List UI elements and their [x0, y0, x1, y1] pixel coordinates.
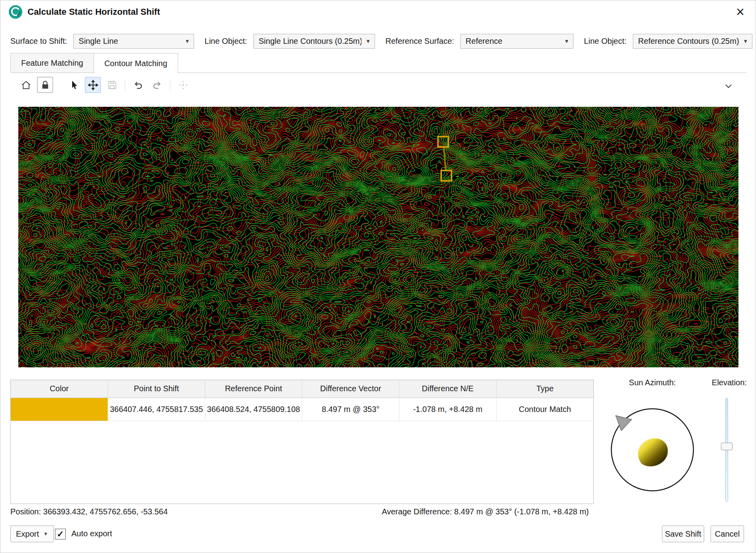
- title-bar: Calculate Static Horizontal Shift ×: [0, 0, 756, 24]
- position-readout: Position: 366393.432, 4755762.656, -53.5…: [10, 507, 168, 516]
- check-icon: ✓: [57, 530, 64, 539]
- app-logo-icon: [8, 5, 23, 19]
- col-header-type[interactable]: Type: [496, 380, 593, 398]
- surface-to-shift-select[interactable]: Single Line ▼: [73, 34, 194, 49]
- tab-feature-matching[interactable]: Feature Matching: [10, 53, 94, 73]
- surface-to-shift-group: Surface to Shift: Single Line ▼: [10, 34, 194, 49]
- col-header-difference-vector[interactable]: Difference Vector: [302, 380, 399, 398]
- match-type-cell: Contour Match: [496, 398, 593, 421]
- table-row[interactable]: 366407.446, 4755817.535 366408.524, 4755…: [11, 398, 593, 421]
- dropdown-arrow-icon: ▼: [365, 38, 371, 44]
- dropdown-arrow-icon: ▼: [185, 38, 190, 44]
- cursor-icon: [69, 80, 79, 90]
- reference-surface-label: Reference Surface:: [385, 37, 454, 46]
- elevation-label: Elevation:: [712, 378, 747, 387]
- export-button-label: Export: [16, 529, 39, 539]
- chevron-down-icon: [723, 81, 734, 91]
- window-title: Calculate Static Horizontal Shift: [27, 7, 160, 17]
- save-icon: [107, 80, 118, 90]
- collapse-toolbar-button[interactable]: [720, 79, 737, 93]
- pan-icon: [88, 80, 98, 90]
- line-object-1-select[interactable]: Single Line Contours (0.25m) ▼: [253, 34, 375, 49]
- elevation-slider-handle[interactable]: [721, 443, 732, 450]
- line-object-1-value: Single Line Contours (0.25m): [259, 37, 361, 46]
- difference-vector-cell: 8.497 m @ 353°: [302, 398, 399, 421]
- col-header-color[interactable]: Color: [11, 380, 108, 398]
- toolbar-separator: [170, 79, 170, 91]
- surface-to-shift-label: Surface to Shift:: [10, 37, 67, 46]
- sun-azimuth-label: Sun Azimuth:: [629, 378, 676, 387]
- export-button[interactable]: Export ▼: [10, 526, 54, 542]
- col-header-reference-point[interactable]: Reference Point: [205, 380, 302, 398]
- contour-map-view[interactable]: [18, 107, 738, 367]
- line-object-1-label: Line Object:: [204, 37, 247, 46]
- col-header-difference-ne[interactable]: Difference N/E: [399, 380, 497, 398]
- lock-icon: [40, 80, 51, 90]
- match-table: Color Point to Shift Reference Point Dif…: [11, 380, 593, 421]
- line-object-2-select[interactable]: Reference Contours (0.25m) ▼: [633, 34, 752, 49]
- line-object-2-label: Line Object:: [584, 37, 626, 46]
- point-to-shift-cell: 366407.446, 4755817.535: [108, 398, 205, 421]
- toolbar-separator: [125, 79, 125, 91]
- lock-view-button[interactable]: [37, 77, 53, 93]
- save-shift-button[interactable]: Save Shift: [662, 526, 704, 542]
- undo-icon: [133, 80, 143, 90]
- col-header-point-to-shift[interactable]: Point to Shift: [108, 380, 205, 398]
- home-icon: [21, 80, 31, 90]
- dropdown-arrow-icon: ▼: [743, 38, 748, 44]
- sun-azimuth-dial[interactable]: [609, 407, 695, 493]
- close-button[interactable]: ×: [733, 5, 748, 19]
- points-icon: [178, 80, 189, 90]
- pan-button[interactable]: [85, 77, 101, 93]
- dropdown-arrow-icon: ▼: [564, 38, 569, 44]
- auto-export-checkbox[interactable]: ✓: [55, 529, 66, 539]
- redo-icon: [152, 80, 163, 90]
- line-object-1-group: Line Object: Single Line Contours (0.25m…: [204, 34, 375, 49]
- save-shift-label: Save Shift: [665, 529, 701, 539]
- undo-button[interactable]: [130, 77, 146, 93]
- line-object-2-group: Line Object: Reference Contours (0.25m) …: [584, 34, 752, 49]
- auto-export-label[interactable]: Auto export: [71, 529, 112, 538]
- tab-bar: Feature Matching Contour Matching: [10, 53, 178, 73]
- select-cursor-button[interactable]: [66, 77, 82, 93]
- home-view-button[interactable]: [18, 77, 34, 93]
- average-difference-readout: Average Difference: 8.497 m @ 353° (-1.0…: [382, 507, 589, 516]
- match-points-button: [175, 77, 191, 93]
- reference-surface-group: Reference Surface: Reference ▼: [385, 34, 573, 49]
- reference-surface-value: Reference: [465, 37, 502, 46]
- cancel-label: Cancel: [715, 529, 740, 539]
- reference-point-cell: 366408.524, 4755809.108: [205, 398, 302, 421]
- header-controls-row: Surface to Shift: Single Line ▼ Line Obj…: [10, 33, 751, 49]
- save-view-button: [104, 77, 120, 93]
- match-color-swatch: [11, 398, 108, 421]
- line-object-2-value: Reference Contours (0.25m): [638, 37, 739, 46]
- match-table-container: Color Point to Shift Reference Point Dif…: [10, 380, 594, 504]
- table-header-row: Color Point to Shift Reference Point Dif…: [11, 380, 593, 398]
- surface-to-shift-value: Single Line: [79, 37, 118, 46]
- redo-button[interactable]: [149, 77, 165, 93]
- cancel-button[interactable]: Cancel: [711, 526, 744, 542]
- map-toolbar: [18, 77, 191, 93]
- reference-surface-select[interactable]: Reference ▼: [460, 34, 573, 49]
- difference-ne-cell: -1.078 m, +8.428 m: [399, 398, 497, 421]
- export-dropdown-arrow-icon: ▼: [43, 531, 48, 537]
- tab-contour-matching[interactable]: Contour Matching: [94, 53, 178, 74]
- contour-map-canvas[interactable]: [18, 107, 738, 367]
